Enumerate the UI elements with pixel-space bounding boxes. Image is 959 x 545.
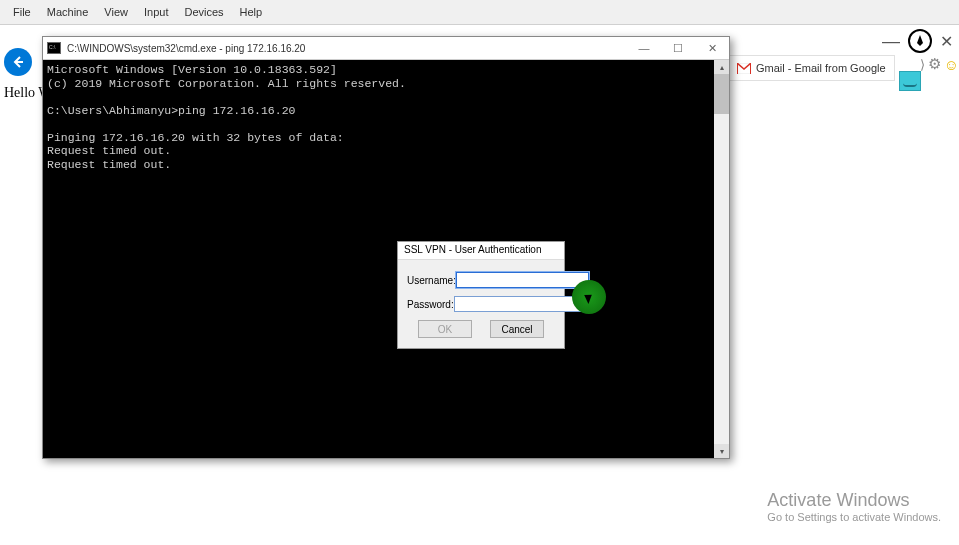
window-top-controls: — ✕ xyxy=(882,29,953,53)
smiley-icon[interactable]: ☺ xyxy=(944,56,959,73)
cmd-scrollbar[interactable]: ▴ ▾ xyxy=(714,60,729,458)
close-icon[interactable]: ✕ xyxy=(940,32,953,51)
gear-icon[interactable]: ⚙ xyxy=(928,55,941,73)
scroll-down-icon[interactable]: ▾ xyxy=(714,444,729,458)
username-input[interactable] xyxy=(456,272,589,288)
menu-machine[interactable]: Machine xyxy=(39,6,97,18)
vpn-tray-icon[interactable] xyxy=(899,71,921,91)
tab-overflow-icon[interactable]: ⟩ xyxy=(920,57,925,72)
cmd-output: Microsoft Windows [Version 10.0.18363.59… xyxy=(43,60,714,458)
menu-view[interactable]: View xyxy=(96,6,136,18)
browser-tab-gmail[interactable]: Gmail - Email from Google xyxy=(728,55,895,81)
scroll-up-icon[interactable]: ▴ xyxy=(714,60,729,74)
cmd-close-button[interactable]: ✕ xyxy=(695,37,729,59)
activate-sub: Go to Settings to activate Windows. xyxy=(767,511,941,523)
menu-help[interactable]: Help xyxy=(232,6,271,18)
scroll-thumb[interactable] xyxy=(714,74,729,114)
arrow-left-icon xyxy=(10,54,26,70)
avatar-pen-icon[interactable] xyxy=(908,29,932,53)
cmd-title-text: C:\WINDOWS\system32\cmd.exe - ping 172.1… xyxy=(67,43,305,54)
password-input[interactable] xyxy=(454,296,587,312)
cmd-titlebar[interactable]: C:\WINDOWS\system32\cmd.exe - ping 172.1… xyxy=(43,37,729,60)
password-label: Password: xyxy=(407,299,454,310)
cmd-window: C:\WINDOWS\system32\cmd.exe - ping 172.1… xyxy=(42,36,730,459)
cursor-highlight xyxy=(572,280,606,314)
gmail-icon xyxy=(737,63,751,74)
vpn-auth-dialog: SSL VPN - User Authentication Username: … xyxy=(397,241,565,349)
desktop-area: Hello W Gmail - Email from Google — ✕ ⟩ … xyxy=(0,25,959,545)
cmd-maximize-button[interactable]: ☐ xyxy=(661,37,695,59)
menu-devices[interactable]: Devices xyxy=(176,6,231,18)
menu-file[interactable]: File xyxy=(5,6,39,18)
vm-menu-bar: File Machine View Input Devices Help xyxy=(0,0,959,25)
vpn-dialog-title: SSL VPN - User Authentication xyxy=(398,242,564,260)
cmd-minimize-button[interactable]: — xyxy=(627,37,661,59)
activate-windows-watermark: Activate Windows Go to Settings to activ… xyxy=(767,490,941,523)
back-button[interactable] xyxy=(4,48,32,76)
menu-input[interactable]: Input xyxy=(136,6,176,18)
minimize-icon[interactable]: — xyxy=(882,31,900,52)
username-label: Username: xyxy=(407,275,456,286)
ok-button[interactable]: OK xyxy=(418,320,472,338)
browser-tab-label: Gmail - Email from Google xyxy=(756,62,886,74)
activate-heading: Activate Windows xyxy=(767,490,941,511)
cancel-button[interactable]: Cancel xyxy=(490,320,544,338)
toolbar-side-icons: ⟩ ⚙ ☺ xyxy=(920,55,959,73)
cmd-icon xyxy=(47,42,61,54)
